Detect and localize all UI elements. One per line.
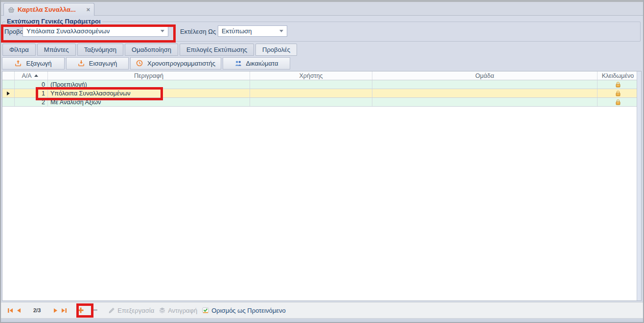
table-row[interactable]: 0 (Προεπιλογή)	[2, 80, 641, 89]
chevron-down-icon	[161, 30, 164, 32]
column-header-group[interactable]: Ομάδα	[372, 71, 598, 80]
row-index-cell: 2	[15, 98, 48, 106]
import-icon	[78, 60, 85, 67]
row-group-cell	[372, 80, 598, 89]
export-button[interactable]: Εξαγωγή	[2, 57, 65, 69]
row-group-cell	[372, 98, 598, 106]
tab-bands[interactable]: Μπάντες	[37, 44, 76, 56]
next-record-button[interactable]	[53, 308, 58, 313]
checkbox-check-icon	[202, 307, 209, 314]
set-default-button[interactable]: Ορισμός ως Προτεινόμενο	[202, 307, 285, 314]
row-group-cell	[372, 89, 598, 97]
column-header-description[interactable]: Περιγραφή	[48, 71, 250, 80]
row-locked-cell	[598, 80, 639, 89]
tab-sorting[interactable]: Ταξινόμηση	[77, 44, 123, 56]
row-indicator-cell	[2, 89, 15, 97]
layers-icon	[159, 307, 165, 313]
scheduler-button[interactable]: Χρονοπρογραμματιστής	[130, 57, 221, 69]
column-header-user[interactable]: Χρήστης	[250, 71, 372, 80]
permissions-button[interactable]: Δικαιώματα	[223, 57, 290, 69]
previous-record-button[interactable]	[17, 308, 21, 313]
row-index-cell: 1	[15, 89, 48, 97]
vertical-scrollbar[interactable]	[637, 71, 641, 300]
tab-views[interactable]: Προβολές	[255, 44, 297, 56]
views-toolbar: Εξαγωγή Εισαγωγή Χρονοπρογραμματιστής Δι…	[2, 57, 290, 69]
tab-print-options[interactable]: Επιλογές Εκτύπωσης	[180, 44, 254, 56]
run-as-dropdown-value: Εκτύπωση	[222, 27, 252, 35]
document-tab[interactable]: Καρτέλα Συναλλα... ×	[3, 3, 94, 16]
app-window: Καρτέλα Συναλλα... × Εκτύπωση Γενικές Πα…	[0, 0, 644, 323]
copy-button[interactable]: Αντιγραφή	[159, 307, 197, 314]
run-as-dropdown[interactable]: Εκτύπωση	[218, 25, 287, 37]
row-index-cell: 0	[15, 80, 48, 89]
first-record-button[interactable]	[7, 308, 13, 313]
lock-icon	[615, 81, 621, 88]
row-indicator-cell	[2, 98, 15, 106]
edit-button[interactable]: Επεξεργασία	[108, 307, 154, 314]
tab-filters[interactable]: Φίλτρα	[2, 44, 36, 56]
add-view-button[interactable]	[77, 307, 84, 314]
column-header-index[interactable]: Α/Α	[15, 71, 48, 80]
document-tab-title: Καρτέλα Συναλλα...	[18, 6, 76, 13]
groupbox-legend: Εκτύπωση Γενικές Παράμετροι	[5, 18, 102, 25]
row-locked-cell	[598, 89, 639, 97]
record-navigator-bar: 2/3 Επεξεργασία Αντιγραφή	[1, 302, 643, 319]
tab-grouping[interactable]: Ομαδοποίηση	[125, 44, 178, 56]
record-position-indicator: 2/3	[33, 307, 41, 313]
basket-icon	[8, 7, 15, 13]
view-dropdown-value: Υπόλοιπα Συναλλασσομένων	[26, 27, 110, 35]
table-row-selected[interactable]: 1 Υπόλοιπα Συναλλασσομένων	[2, 89, 641, 98]
pencil-icon	[108, 307, 115, 314]
close-icon[interactable]: ×	[86, 6, 90, 13]
view-dropdown[interactable]: Υπόλοιπα Συναλλασσομένων	[23, 25, 168, 37]
table-row[interactable]: 2 Με Ανάλυση Αξιών	[2, 98, 641, 107]
settings-tab-strip: Φίλτρα Μπάντες Ταξινόμηση Ομαδοποίηση Επ…	[2, 44, 297, 56]
chevron-down-icon	[279, 30, 283, 32]
document-tab-bar: Καρτέλα Συναλλα... ×	[1, 2, 643, 16]
clock-icon	[136, 60, 143, 67]
views-grid: Α/Α Περιγραφή Χρήστης Ομάδα Κλειδωμένο 0…	[2, 71, 642, 301]
row-description-cell: Με Ανάλυση Αξιών	[48, 98, 250, 106]
export-icon	[15, 60, 22, 67]
lock-icon	[615, 90, 621, 96]
remove-view-button[interactable]	[92, 309, 98, 311]
row-user-cell	[250, 89, 372, 97]
row-description-cell: Υπόλοιπα Συναλλασσομένων	[48, 89, 250, 97]
row-user-cell	[250, 80, 372, 89]
row-indicator-header	[2, 71, 15, 80]
row-user-cell	[250, 98, 372, 106]
import-button[interactable]: Εισαγωγή	[66, 57, 129, 69]
last-record-button[interactable]	[61, 308, 67, 313]
grid-header-row: Α/Α Περιγραφή Χρήστης Ομάδα Κλειδωμένο	[2, 71, 641, 80]
sort-ascending-icon	[34, 74, 38, 77]
row-locked-cell	[598, 98, 639, 106]
column-header-locked[interactable]: Κλειδωμένο	[598, 71, 639, 80]
row-description-cell: (Προεπιλογή)	[48, 80, 250, 89]
lock-icon	[615, 99, 621, 105]
current-row-arrow-icon	[7, 92, 10, 95]
window-bottom-border	[1, 319, 643, 322]
users-icon	[235, 60, 242, 67]
row-indicator-cell	[2, 80, 15, 89]
run-as-label: Εκτέλεση Ως	[180, 28, 216, 35]
